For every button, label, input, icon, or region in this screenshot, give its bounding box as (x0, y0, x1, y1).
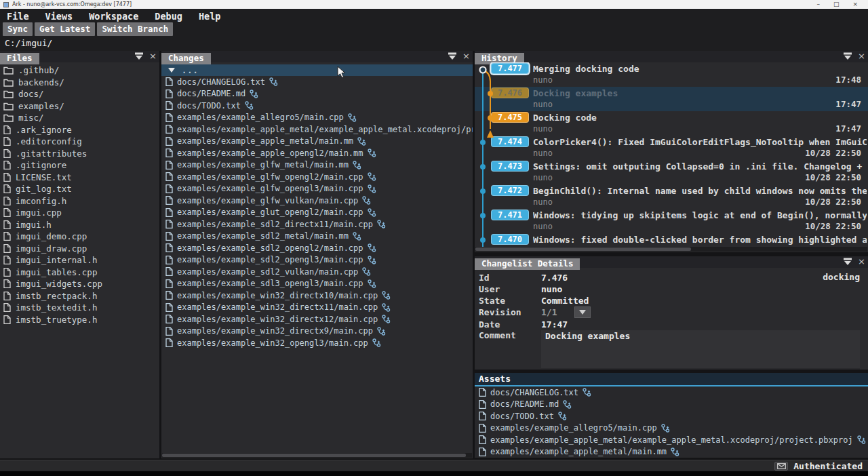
expand-triangle-icon[interactable] (168, 68, 175, 73)
maximize-button[interactable]: □ (833, 0, 840, 9)
changed-file-row[interactable]: docs/README.md (161, 88, 473, 100)
file-tree-item[interactable]: imgui_tables.cpp (0, 266, 159, 279)
changed-file-row[interactable]: examples/example_glfw_vulkan/main.cpp (161, 195, 473, 207)
changed-file-row[interactable]: examples/example_glut_opengl2/main.cpp (161, 207, 473, 219)
horizontal-scrollbar[interactable] (162, 453, 472, 458)
asset-file-row[interactable]: examples/example_apple_metal/example_app… (475, 434, 868, 446)
file-tree-item[interactable]: imstb_truetype.h (0, 314, 159, 326)
close-panel-icon[interactable]: × (858, 258, 865, 266)
file-tree-item[interactable]: .gitignore (0, 159, 159, 172)
changed-file-row[interactable]: examples/example_sdl2_directx11/main.cpp (161, 218, 473, 231)
commit-row[interactable]: 7.474 ColorPicker4(): Fixed ImGuiColorEd… (475, 136, 868, 160)
asset-file-row[interactable]: examples/example_apple_metal/main.mm (475, 446, 868, 458)
commit-row[interactable]: 7.475 Docking code nuno 17:47 (475, 111, 868, 136)
changelist-id-badge[interactable]: 7.476 (491, 87, 529, 98)
changelist-id-badge[interactable]: 7.472 (491, 185, 529, 196)
changed-file-row[interactable]: examples/example_apple_opengl2/main.mm (161, 147, 473, 159)
file-tree-item[interactable]: git_log.txt (0, 183, 159, 195)
revision-dropdown[interactable] (574, 306, 591, 318)
changelist-id-badge[interactable]: 7.470 (491, 234, 529, 245)
commit-row[interactable]: 7.472 BeginChild(): Internal name used b… (475, 184, 868, 209)
changelist-id-badge[interactable]: 7.473 (491, 161, 529, 172)
file-tree-item[interactable]: LICENSE.txt (0, 172, 159, 184)
file-tree-item[interactable]: .editorconfig (0, 136, 159, 148)
asset-file-row[interactable]: examples/example_allegro5/main.cpp (475, 422, 868, 435)
toolbar-button[interactable]: Switch Branch (97, 22, 173, 36)
changed-file-row[interactable]: examples/example_win32_directx9/main.cpp (161, 325, 473, 338)
changed-file-row[interactable]: docs/CHANGELOG.txt (161, 76, 473, 88)
comment-field[interactable]: Docking examples (541, 330, 860, 368)
file-tree-item[interactable]: imgui_demo.cpp (0, 231, 159, 243)
assets-panel: Assets docs/CHANGELOG.txt docs/README.md… (475, 373, 868, 458)
changed-file-row[interactable]: examples/example_sdl2_vulkan/main.cpp (161, 266, 473, 278)
commit-row[interactable]: 7.470 Windows: fixed double-clicked bord… (475, 233, 868, 247)
scrollbar-thumb[interactable] (162, 454, 466, 457)
file-tree-item[interactable]: imgui_widgets.cpp (0, 278, 159, 290)
file-tree-item[interactable]: .github/ (0, 64, 159, 77)
changed-file-row[interactable]: examples/example_glfw_opengl3/main.cpp (161, 183, 473, 195)
asset-file-row[interactable]: docs/TODO.txt (475, 410, 868, 422)
commit-row[interactable]: 7.471 Windows: tidying up skipitems logi… (475, 209, 868, 233)
toolbar-button[interactable]: Get Latest (35, 22, 95, 36)
filter-icon[interactable] (843, 52, 852, 60)
asset-file-row[interactable]: docs/README.md (475, 399, 868, 411)
changed-file-row[interactable]: examples/example_win32_opengl3/main.cpp (161, 337, 473, 349)
changelist-id-badge[interactable]: 7.471 (491, 210, 529, 220)
file-tree-item[interactable]: docs/ (0, 88, 159, 100)
file-tree-item[interactable]: imgui.h (0, 219, 159, 231)
file-icon (3, 149, 11, 158)
asset-file-row[interactable]: docs/CHANGELOG.txt (475, 386, 868, 399)
file-tree-item[interactable]: .ark_ignore (0, 124, 159, 136)
file-tree-item[interactable]: imgui_draw.cpp (0, 243, 159, 255)
changed-file-row[interactable]: examples/example_win32_directx12/main.cp… (161, 313, 473, 325)
close-panel-icon[interactable]: × (149, 52, 157, 60)
changed-file-row[interactable]: examples/example_sdl2_opengl3/main.cpp (161, 254, 473, 266)
details-tab[interactable]: Changelist Details (475, 258, 580, 270)
filter-icon[interactable] (448, 52, 457, 60)
minimize-button[interactable]: – (816, 0, 820, 9)
close-button[interactable]: × (852, 0, 858, 9)
changed-file-row[interactable]: examples/example_glfw_metal/main.mm (161, 159, 473, 172)
file-tree-item[interactable]: .gitattributes (0, 148, 159, 160)
filter-icon[interactable] (843, 258, 852, 266)
mail-icon[interactable] (774, 462, 788, 471)
toolbar-button[interactable]: Sync (3, 22, 33, 36)
menu-item[interactable]: Help (197, 10, 222, 22)
filter-icon[interactable] (134, 52, 144, 60)
changed-file-row[interactable]: examples/example_sdl2_opengl2/main.cpp (161, 242, 473, 254)
changes-tab[interactable]: Changes (161, 53, 211, 64)
file-tree-item[interactable]: imgui_internal.h (0, 254, 159, 266)
changed-file-row[interactable]: examples/example_win32_directx11/main.cp… (161, 302, 473, 314)
menu-item[interactable]: File (5, 10, 31, 22)
horizontal-scrollbar[interactable] (475, 247, 867, 252)
file-tree-item[interactable]: examples/ (0, 100, 159, 113)
close-panel-icon[interactable]: × (462, 52, 470, 60)
commit-row[interactable]: 7.476 Docking examples nuno 17:47 (475, 87, 868, 111)
changelist-id-badge[interactable]: 7.477 (491, 63, 529, 74)
changes-root-row[interactable]: ... (161, 64, 473, 76)
changelist-id-badge[interactable]: 7.474 (491, 136, 529, 147)
changed-file-row[interactable]: examples/example_sdl3_opengl3/main.cpp (161, 278, 473, 290)
menu-item[interactable]: Debug (153, 10, 184, 22)
commit-row[interactable]: 7.473 Settings: omit outputing Collapsed… (475, 160, 868, 184)
changed-file-row[interactable]: examples/example_apple_metal/example_app… (161, 123, 473, 136)
menu-item[interactable]: Workspace (87, 10, 140, 22)
changed-file-row[interactable]: examples/example_sdl2_metal/main.mm (161, 231, 473, 243)
menu-item[interactable]: Views (44, 10, 75, 22)
file-tree-item[interactable]: backends/ (0, 77, 159, 89)
close-panel-icon[interactable]: × (858, 52, 865, 60)
file-tree-item[interactable]: imstb_rectpack.h (0, 290, 159, 302)
file-tree-item[interactable]: imstb_textedit.h (0, 302, 159, 314)
file-tree-item[interactable]: imgui.cpp (0, 207, 159, 219)
changed-file-row[interactable]: examples/example_apple_metal/main.mm (161, 136, 473, 148)
changed-file-row[interactable]: examples/example_glfw_opengl2/main.cpp (161, 171, 473, 183)
changelist-id-badge[interactable]: 7.475 (491, 112, 529, 123)
commit-row[interactable]: 7.477 Merging docking code nuno 17:48 (475, 62, 868, 87)
scrollbar-thumb[interactable] (475, 247, 691, 251)
changed-file-row[interactable]: docs/TODO.txt (161, 100, 473, 112)
files-tab[interactable]: Files (0, 53, 39, 64)
file-tree-item[interactable]: misc/ (0, 112, 159, 124)
changed-file-row[interactable]: examples/example_allegro5/main.cpp (161, 112, 473, 124)
file-tree-item[interactable]: imconfig.h (0, 195, 159, 207)
changed-file-row[interactable]: examples/example_win32_directx10/main.cp… (161, 290, 473, 302)
